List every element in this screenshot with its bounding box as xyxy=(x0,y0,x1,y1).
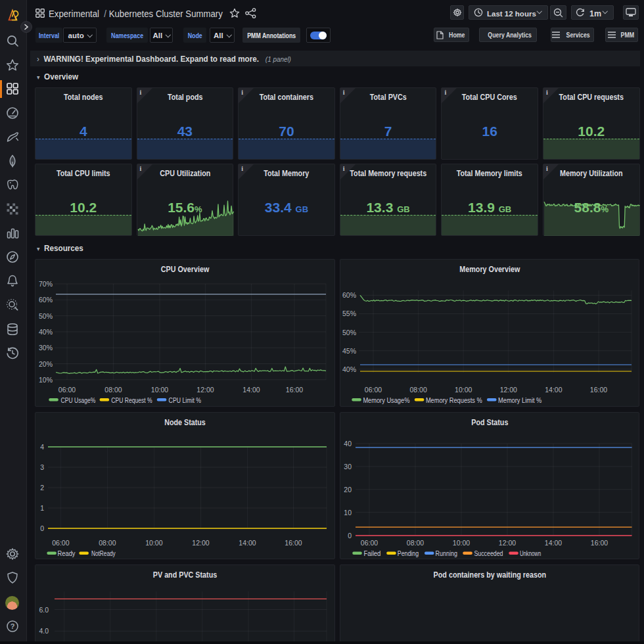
svg-text:14:00: 14:00 xyxy=(545,539,562,547)
svg-text:60%: 60% xyxy=(39,296,53,304)
svg-text:14:00: 14:00 xyxy=(242,386,260,394)
svg-text:?: ? xyxy=(11,622,15,630)
svg-text:Running: Running xyxy=(435,549,457,557)
svg-text:12:00: 12:00 xyxy=(499,539,516,547)
svg-text:12:00: 12:00 xyxy=(499,386,517,394)
svg-text:20: 20 xyxy=(344,486,352,494)
svg-text:40%: 40% xyxy=(342,365,356,373)
svg-text:06:00: 06:00 xyxy=(52,539,69,547)
svg-text:10:00: 10:00 xyxy=(151,386,168,394)
svg-text:0: 0 xyxy=(40,524,44,532)
svg-text:16:00: 16:00 xyxy=(285,539,302,547)
svg-text:Memory Limit %: Memory Limit % xyxy=(498,396,541,404)
svg-text:1: 1 xyxy=(40,504,44,512)
svg-text:10%: 10% xyxy=(39,376,53,384)
svg-text:30: 30 xyxy=(344,463,352,471)
svg-text:60%: 60% xyxy=(342,291,356,299)
svg-text:20%: 20% xyxy=(39,360,53,368)
svg-text:10:00: 10:00 xyxy=(145,539,162,547)
svg-text:Ready: Ready xyxy=(58,549,76,557)
svg-text:Failed: Failed xyxy=(363,549,380,557)
svg-text:NotReady: NotReady xyxy=(91,549,116,557)
svg-text:70%: 70% xyxy=(39,280,53,288)
svg-text:6.0: 6.0 xyxy=(39,606,49,614)
svg-text:CPU Limit %: CPU Limit % xyxy=(169,396,201,404)
svg-text:10:00: 10:00 xyxy=(455,386,472,394)
svg-text:45%: 45% xyxy=(342,347,356,355)
svg-text:2: 2 xyxy=(40,484,44,492)
svg-text:10:00: 10:00 xyxy=(453,539,470,547)
svg-text:08:00: 08:00 xyxy=(99,539,116,547)
svg-text:14:00: 14:00 xyxy=(239,539,256,547)
svg-text:CPU Request %: CPU Request % xyxy=(111,396,152,404)
svg-text:08:00: 08:00 xyxy=(409,386,426,394)
svg-text:4: 4 xyxy=(40,443,44,451)
svg-text:12:00: 12:00 xyxy=(192,539,209,547)
svg-text:Memory Usage%: Memory Usage% xyxy=(363,396,409,404)
svg-text:30%: 30% xyxy=(39,344,53,352)
svg-text:06:00: 06:00 xyxy=(361,539,378,547)
svg-text:55%: 55% xyxy=(342,310,356,317)
svg-text:Pending: Pending xyxy=(398,549,419,557)
svg-text:Memory Requests %: Memory Requests % xyxy=(426,396,482,404)
svg-text:50%: 50% xyxy=(342,329,356,336)
svg-text:06:00: 06:00 xyxy=(365,386,382,394)
svg-text:14:00: 14:00 xyxy=(545,386,562,394)
svg-text:Unknown: Unknown xyxy=(520,549,541,557)
svg-text:0: 0 xyxy=(348,532,352,540)
svg-text:50%: 50% xyxy=(39,312,53,320)
svg-text:08:00: 08:00 xyxy=(104,386,122,394)
svg-text:06:00: 06:00 xyxy=(58,386,76,394)
svg-text:12:00: 12:00 xyxy=(196,386,214,394)
svg-text:10: 10 xyxy=(344,509,352,517)
svg-text:4.0: 4.0 xyxy=(39,627,49,635)
svg-text:Succeeded: Succeeded xyxy=(474,549,503,557)
svg-text:3: 3 xyxy=(40,463,44,471)
svg-text:16:00: 16:00 xyxy=(591,539,608,547)
svg-text:16:00: 16:00 xyxy=(286,386,303,394)
svg-text:40%: 40% xyxy=(39,328,53,336)
svg-text:40: 40 xyxy=(344,440,352,448)
svg-text:CPU Usage%: CPU Usage% xyxy=(61,396,96,404)
svg-text:16:00: 16:00 xyxy=(590,386,607,394)
svg-text:08:00: 08:00 xyxy=(407,539,424,547)
